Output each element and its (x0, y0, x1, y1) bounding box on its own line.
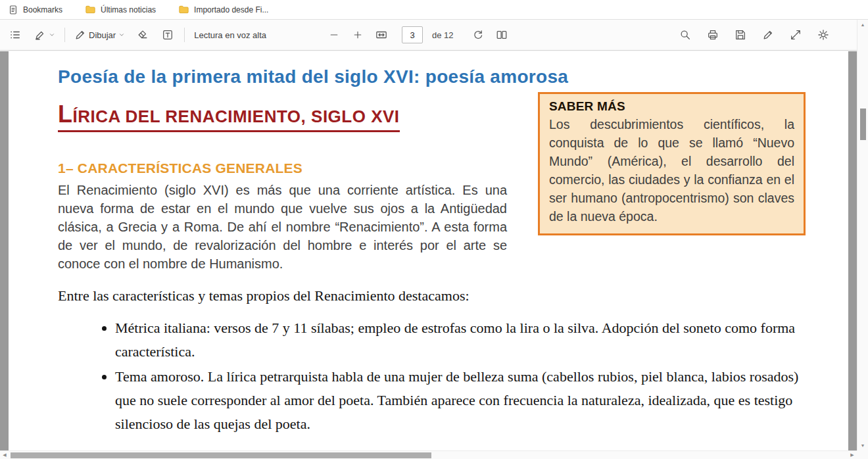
main-heading-initial: L (58, 101, 73, 128)
body-paragraph: El Renacimiento (siglo XVI) es más que u… (58, 181, 507, 273)
scroll-left-arrow[interactable]: ◀ (0, 451, 9, 459)
eraser-icon (137, 29, 149, 41)
horizontal-scrollbar-thumb[interactable] (11, 452, 431, 458)
draw-button[interactable]: Dibujar (72, 25, 128, 45)
chevron-down-icon (49, 32, 55, 38)
favorites-item-label: Bookmarks (23, 5, 62, 14)
bullet-item: Métrica italiana: versos de 7 y 11 sílab… (115, 316, 802, 364)
read-aloud-label: Lectura en voz alta (194, 30, 266, 40)
toolbar-separator (64, 28, 65, 42)
bullet-item: Tema amoroso. La lírica petrarquista hab… (115, 365, 802, 436)
page-view-icon (496, 29, 508, 41)
search-button[interactable] (675, 25, 695, 45)
favorites-item-bookmarks[interactable]: Bookmarks (5, 2, 65, 18)
vertical-scrollbar[interactable]: ▲ ▼ (857, 20, 868, 450)
pdf-toolbar: Dibujar Lectura en voz alta (0, 20, 857, 51)
chevron-down-icon (118, 32, 125, 38)
add-text-button[interactable] (158, 25, 178, 45)
save-button[interactable] (731, 25, 750, 45)
settings-button[interactable] (813, 25, 833, 45)
rotate-icon (472, 29, 484, 41)
draw-button-label: Dibujar (89, 30, 116, 40)
favorites-item-label: Últimas noticias (101, 5, 156, 14)
page-view-button[interactable] (492, 25, 512, 45)
gear-icon (817, 29, 829, 41)
document-icon (8, 5, 18, 15)
document-title: Poesía de la primera mitad del siglo XVI… (58, 66, 848, 87)
saber-mas-heading: SABER MÁS (549, 99, 794, 114)
zoom-in-icon (352, 30, 363, 40)
save-icon (735, 29, 746, 41)
pdf-page: Poesía de la primera mitad del siglo XVI… (9, 51, 848, 450)
main-heading-rest: ÍRICA DEL RENACIMIENTO, SIGLO XVI (73, 107, 400, 126)
fit-to-width-icon (375, 29, 387, 41)
scroll-up-arrow[interactable]: ▲ (857, 20, 868, 30)
favorites-item-importado[interactable]: Importado desde Fi... (176, 2, 271, 18)
fullscreen-icon (790, 29, 802, 41)
zoom-out-icon (329, 30, 339, 40)
main-heading: LÍRICA DEL RENACIMIENTO, SIGLO XVI (58, 103, 400, 132)
read-aloud-button[interactable]: Lectura en voz alta (191, 25, 269, 45)
toolbar-right-actions (675, 25, 833, 45)
horizontal-scrollbar[interactable]: ◀ ▶ (0, 450, 857, 459)
intro-line: Entre las características y temas propio… (58, 286, 848, 306)
highlighter-icon (34, 29, 46, 41)
saber-mas-box: SABER MÁS Los descubrimientos científico… (538, 92, 806, 235)
search-icon (679, 29, 691, 41)
saber-mas-text: Los descubrimientos científicos, la conq… (549, 115, 794, 226)
erase-button[interactable] (133, 25, 153, 45)
vertical-scrollbar-thumb[interactable] (860, 109, 866, 140)
zoom-in-button[interactable] (348, 25, 368, 45)
draw-pen-icon (74, 29, 86, 41)
favorites-bar: Bookmarks Últimas noticias Importado des… (0, 0, 868, 20)
scroll-right-arrow[interactable]: ▶ (848, 451, 857, 459)
page-number-input[interactable] (402, 26, 423, 43)
table-of-contents-button[interactable] (5, 25, 25, 45)
folder-icon (85, 5, 96, 14)
page-count-label: de 12 (432, 30, 454, 40)
favorites-item-ultimas-noticias[interactable]: Últimas noticias (82, 2, 158, 18)
scroll-down-arrow[interactable]: ▼ (857, 441, 868, 450)
zoom-out-button[interactable] (324, 25, 344, 45)
browser-window: Bookmarks Últimas noticias Importado des… (0, 0, 868, 459)
toolbar-separator (184, 28, 185, 42)
zoom-controls: de 12 (324, 25, 512, 45)
fit-to-width-button[interactable] (372, 25, 391, 45)
section-heading: 1– CARACTERÍSTICAS GENERALES (58, 160, 507, 177)
main-text-column: 1– CARACTERÍSTICAS GENERALES El Renacimi… (58, 160, 507, 273)
text-note-icon (162, 29, 174, 41)
print-button[interactable] (703, 25, 723, 45)
bullet-list: Métrica italiana: versos de 7 y 11 sílab… (58, 316, 848, 436)
scrollbar-corner (857, 450, 868, 459)
edit-button[interactable] (758, 25, 778, 45)
favorites-item-label: Importado desde Fi... (194, 5, 268, 14)
folder-icon (178, 5, 189, 14)
rotate-button[interactable] (468, 25, 488, 45)
highlight-button[interactable] (32, 25, 58, 45)
edit-pen-icon (762, 29, 774, 41)
print-icon (707, 29, 719, 41)
table-of-contents-icon (9, 29, 21, 41)
fullscreen-button[interactable] (786, 25, 806, 45)
pdf-viewport: Poesía de la primera mitad del siglo XVI… (0, 51, 857, 450)
